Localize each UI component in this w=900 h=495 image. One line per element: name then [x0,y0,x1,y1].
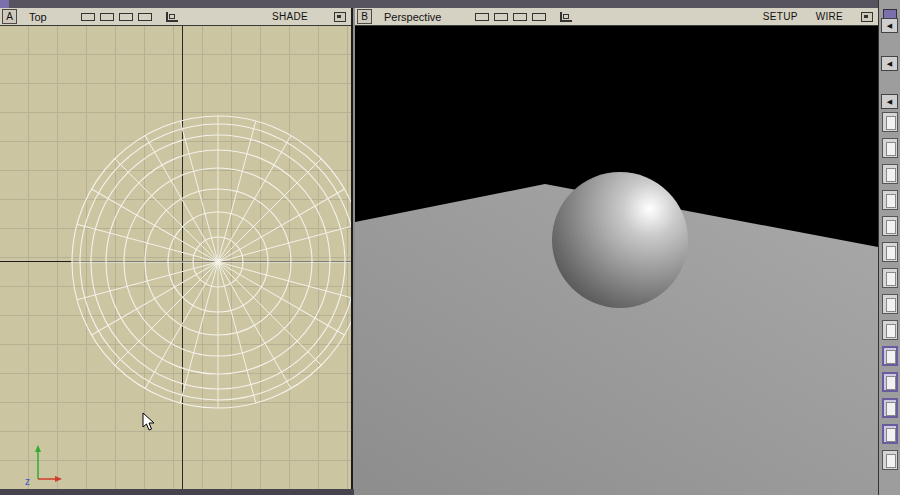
right-toolbar: ◀ ◀ ◀ [878,0,900,495]
window-corner-accent [0,0,9,8]
toolbar-page-button-selected[interactable] [882,424,898,444]
viewport-b-id-button[interactable]: B [357,9,372,24]
toolbar-page-button[interactable] [882,164,898,184]
viewport-a-view-menu[interactable]: Top [29,11,47,23]
layout-single-icon[interactable] [475,13,489,21]
layout-custom-icon[interactable] [138,13,152,21]
window-bottom-strip [0,489,354,495]
viewport-a-canvas[interactable]: z [0,26,351,495]
resize-grid-icon[interactable] [166,12,178,22]
panel-collapse-button[interactable]: ◀ [881,56,898,71]
axis-z-label: z [25,476,30,487]
arrow-left-icon: ◀ [887,22,892,29]
viewport-b-view-menu[interactable]: Perspective [384,11,441,23]
toolbar-page-button-selected[interactable] [882,398,898,418]
toolbar-page-button-selected[interactable] [882,346,898,366]
toolbar-button-stack [882,112,898,470]
axis-y-arrow [35,445,41,452]
toolbar-page-button[interactable] [882,216,898,236]
toolbar-page-button[interactable] [882,190,898,210]
layout-quad-icon[interactable] [119,13,133,21]
viewport-b-maximize-icon[interactable] [861,12,873,22]
layout-split-icon[interactable] [100,13,114,21]
window-top-strip [0,0,900,8]
viewport-a-header: A Top SHADE [0,8,351,26]
toolbar-page-button[interactable] [882,242,898,262]
panel-collapse-button[interactable]: ◀ [881,94,898,109]
layout-quad-icon[interactable] [513,13,527,21]
viewport-b-canvas[interactable] [355,26,878,495]
toolbar-page-button[interactable] [882,450,898,470]
arrow-left-icon: ◀ [887,98,892,105]
viewport-b-wire-mode[interactable]: WIRE [816,11,843,22]
viewport-a-shade-mode[interactable]: SHADE [272,11,308,22]
viewport-a-layout-buttons [81,13,152,21]
viewport-a-maximize-icon[interactable] [334,12,346,22]
layout-custom-icon[interactable] [532,13,546,21]
toolbar-page-button-selected[interactable] [882,372,898,392]
viewport-b-header: B Perspective SETUP WIRE [355,8,878,26]
axis-gizmo: z [22,443,72,487]
viewport-a-id-button[interactable]: A [2,9,17,24]
resize-grid-icon[interactable] [560,12,572,22]
viewport-b-layout-buttons [475,13,546,21]
viewport-top: A Top SHADE [0,8,353,495]
toolbar-page-button[interactable] [882,112,898,132]
sphere-object[interactable] [552,172,688,308]
app-window: A Top SHADE [0,0,900,495]
toolbar-page-button[interactable] [882,268,898,288]
viewport-perspective: B Perspective SETUP WIRE [355,8,878,495]
mouse-cursor-icon [142,412,158,432]
panel-collapse-button[interactable]: ◀ [881,18,898,33]
toolbar-page-button[interactable] [882,294,898,314]
layout-single-icon[interactable] [81,13,95,21]
axis-x-arrow [55,476,62,482]
viewport-b-setup-button[interactable]: SETUP [763,11,798,22]
layout-split-icon[interactable] [494,13,508,21]
arrow-left-icon: ◀ [887,60,892,67]
toolbar-page-button[interactable] [882,320,898,340]
sphere-wireframe [0,26,351,495]
toolbar-page-button[interactable] [882,138,898,158]
